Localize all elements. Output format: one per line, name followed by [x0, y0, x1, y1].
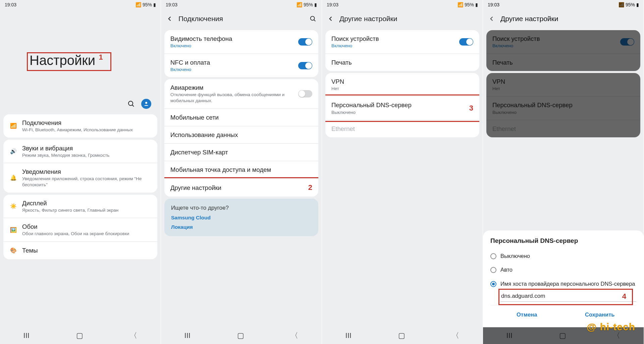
- toggle[interactable]: [298, 90, 312, 97]
- header-title: Другие настройки: [339, 15, 397, 23]
- svg-line-1: [132, 105, 134, 107]
- looking-for-panel: Ищете что-то другое? Samsung Cloud Локац…: [164, 199, 318, 236]
- dialog-title: Персональный DNS-сервер: [490, 237, 636, 245]
- radio-icon[interactable]: [490, 281, 496, 287]
- header: Подключения: [161, 9, 322, 28]
- battery-icon: ▮: [153, 2, 156, 7]
- nav-recent-icon[interactable]: III: [184, 331, 191, 340]
- toggle[interactable]: [298, 38, 312, 46]
- header: Другие настройки: [322, 9, 483, 28]
- row-display[interactable]: ☀️ ДисплейЯркость, Фильтр синего света, …: [3, 195, 157, 218]
- link-samsung-cloud[interactable]: Samsung Cloud: [171, 215, 312, 221]
- row-themes[interactable]: 🎨 Темы: [3, 242, 157, 259]
- row-title: Поиск устройств: [331, 35, 454, 43]
- nav-home-icon[interactable]: ▢: [76, 331, 83, 340]
- row-hotspot[interactable]: Мобильная точка доступа и модем: [164, 161, 318, 178]
- search-icon[interactable]: [309, 15, 317, 23]
- themes-icon: 🎨: [9, 247, 17, 255]
- row-title: Видимость телефона: [170, 35, 293, 43]
- row-title: Дисплей: [22, 199, 151, 207]
- watermark: @ hi-tech: [587, 321, 635, 333]
- row-mobile-networks[interactable]: Мобильные сети: [164, 109, 318, 126]
- status-right: 📶95%▮: [458, 2, 478, 7]
- row-title: Ethernet: [331, 125, 473, 133]
- search-icon[interactable]: [127, 100, 135, 108]
- row-notifications[interactable]: 🔔 УведомленияУведомления приложений, стр…: [3, 163, 157, 192]
- row-sounds[interactable]: 🔊 Звуки и вибрацияРежим звука, Мелодия з…: [3, 140, 157, 163]
- radio-icon[interactable]: [490, 253, 496, 259]
- row-sub: Нет: [331, 86, 473, 92]
- nav-home-icon[interactable]: ▢: [559, 331, 566, 340]
- nav-home-icon[interactable]: ▢: [398, 331, 405, 340]
- battery-percent: 95%: [143, 2, 152, 7]
- nav-recent-icon[interactable]: III: [345, 331, 352, 340]
- nav-recent-icon[interactable]: III: [23, 331, 30, 340]
- nav-back-icon[interactable]: 〈: [452, 331, 459, 341]
- row-title: Авиарежим: [170, 84, 293, 91]
- row-sim-manager[interactable]: Диспетчер SIM-карт: [164, 143, 318, 161]
- nav-bar: III ▢ 〈: [0, 327, 161, 344]
- option-label: Выключено: [500, 253, 530, 260]
- back-icon[interactable]: [327, 15, 335, 23]
- dns-option-auto[interactable]: Авто: [490, 263, 636, 277]
- link-location[interactable]: Локация: [171, 224, 312, 230]
- radio-icon[interactable]: [490, 267, 496, 273]
- nav-back-icon[interactable]: 〈: [291, 331, 298, 341]
- settings-card-1: 📶 ПодключенияWi-Fi, Bluetooth, Авиарежим…: [3, 114, 157, 138]
- profile-avatar[interactable]: [141, 99, 151, 109]
- row-sub: Отключение функций вызова, обмена сообще…: [170, 92, 293, 104]
- row-sub: Яркость, Фильтр синего света, Главный эк…: [22, 207, 151, 213]
- annotation-3: 3: [469, 104, 473, 113]
- row-title: Мобильная точка доступа и модем: [170, 166, 312, 174]
- battery-icon: ▮: [475, 2, 478, 7]
- signal-icon: 📶: [136, 2, 141, 7]
- row-sub: Режим звука, Мелодия звонка, Громкость: [22, 152, 151, 158]
- status-right: 📶95%▮: [297, 2, 317, 7]
- row-connections[interactable]: 📶 ПодключенияWi-Fi, Bluetooth, Авиарежим…: [3, 114, 157, 138]
- status-bar: 19:03 📶95%▮: [161, 0, 322, 9]
- row-private-dns[interactable]: Персональный DNS-серверВыключено 3: [325, 96, 479, 120]
- row-title: Использование данных: [170, 131, 312, 139]
- annotation-4: 4: [622, 292, 626, 301]
- nav-bar: III ▢ 〈: [161, 327, 322, 344]
- toggle[interactable]: [298, 62, 312, 69]
- row-more-settings[interactable]: Другие настройки 2: [164, 178, 318, 197]
- dns-hostname-input[interactable]: [500, 291, 636, 302]
- svg-point-0: [128, 101, 133, 106]
- row-airplane[interactable]: АвиарежимОтключение функций вызова, обме…: [164, 79, 318, 108]
- conn-card-1: Видимость телефонаВключено NFC и оплатаВ…: [164, 30, 318, 77]
- nav-bar: III ▢ 〈: [322, 327, 483, 344]
- annotation-1: 1: [99, 53, 103, 61]
- dns-option-off[interactable]: Выключено: [490, 249, 636, 263]
- signal-icon: 📶: [458, 2, 463, 7]
- nav-back-icon[interactable]: 〈: [130, 331, 137, 341]
- status-bar: 19:03 📶 95% ▮: [0, 0, 161, 9]
- row-print[interactable]: Печать: [325, 54, 479, 71]
- sound-icon: 🔊: [9, 147, 17, 155]
- option-label: Имя хоста провайдера персонального DNS-с…: [500, 280, 635, 287]
- row-data-usage[interactable]: Использование данных: [164, 126, 318, 143]
- more-card-1: Поиск устройствВключено Печать: [325, 30, 479, 71]
- row-title: Обои: [22, 223, 151, 230]
- row-vpn[interactable]: VPNНет: [325, 73, 479, 96]
- row-phone-visibility[interactable]: Видимость телефонаВключено: [164, 30, 318, 54]
- settings-card-3: ☀️ ДисплейЯркость, Фильтр синего света, …: [3, 195, 157, 259]
- wallpaper-icon: 🖼️: [9, 226, 17, 234]
- row-sub: Обои главного экрана, Обои на экране бло…: [22, 231, 151, 237]
- row-nfc[interactable]: NFC и оплатаВключено: [164, 54, 318, 77]
- status-time: 19:03: [5, 2, 16, 7]
- row-title: NFC и оплата: [170, 59, 293, 66]
- back-icon[interactable]: [166, 15, 174, 23]
- toggle[interactable]: [459, 38, 473, 46]
- settings-card-2: 🔊 Звуки и вибрацияРежим звука, Мелодия з…: [3, 140, 157, 193]
- dns-option-hostname[interactable]: Имя хоста провайдера персонального DNS-с…: [490, 277, 636, 291]
- svg-point-3: [311, 16, 315, 20]
- row-wallpaper[interactable]: 🖼️ ОбоиОбои главного экрана, Обои на экр…: [3, 218, 157, 242]
- battery-icon: ▮: [314, 2, 317, 7]
- row-sub: Включено: [170, 67, 293, 73]
- nav-recent-icon[interactable]: III: [506, 331, 513, 340]
- nav-home-icon[interactable]: ▢: [237, 331, 244, 340]
- cancel-button[interactable]: Отмена: [490, 305, 564, 324]
- battery-percent: 95%: [465, 2, 474, 7]
- row-device-search[interactable]: Поиск устройствВключено: [325, 30, 479, 54]
